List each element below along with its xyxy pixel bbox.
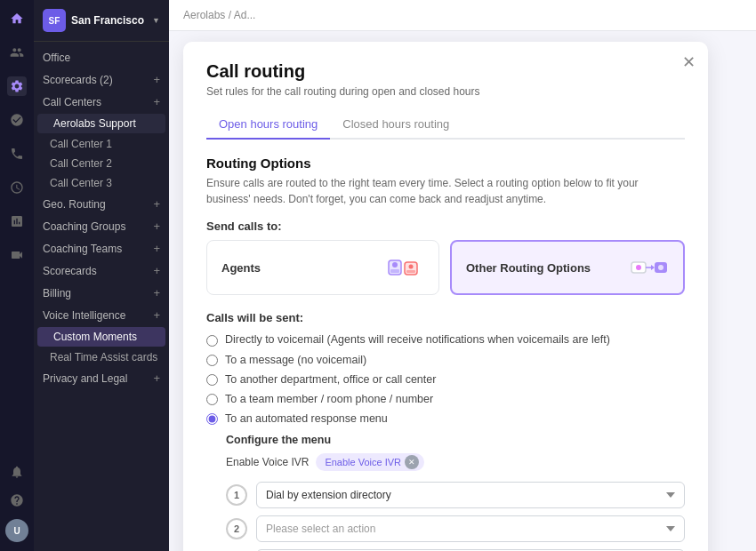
modal-box: ✕ Call routing Set rules for the call ro…: [183, 42, 708, 551]
sidebar-item-call-center-3[interactable]: Call Center 3: [34, 173, 169, 193]
sidebar-item-real-time-assist[interactable]: Real Time Assist cards: [34, 347, 169, 367]
chevron-down-icon: ▼: [152, 16, 160, 25]
video-icon[interactable]: [7, 245, 27, 265]
clock-icon[interactable]: [7, 178, 27, 197]
svg-point-1: [392, 262, 398, 268]
step-2-select[interactable]: Please select an action: [256, 515, 685, 542]
svg-rect-2: [390, 269, 399, 273]
radio-message[interactable]: To a message (no voicemail): [206, 354, 685, 366]
plus-icon: +: [153, 242, 160, 255]
org-name: San Francisco: [71, 14, 147, 27]
tab-open-hours[interactable]: Open hours routing: [206, 110, 330, 140]
question-icon[interactable]: [7, 491, 27, 510]
sidebar-item-scorecards2[interactable]: Scorecards +: [34, 260, 169, 282]
routing-card-other[interactable]: Other Routing Options: [450, 240, 685, 295]
menu-step-2: 2 Please select an action: [226, 515, 685, 542]
tab-closed-hours[interactable]: Closed hours routing: [330, 110, 462, 138]
plus-icon: +: [153, 73, 160, 86]
close-button[interactable]: ✕: [682, 54, 696, 70]
sidebar-item-custom-moments[interactable]: Custom Moments: [37, 327, 165, 347]
plus-icon: +: [153, 264, 160, 277]
modal-title: Call routing: [206, 61, 685, 82]
sidebar-item-call-center-2[interactable]: Call Center 2: [34, 154, 169, 173]
sidebar-item-coaching-groups[interactable]: Coaching Groups +: [34, 215, 169, 237]
settings-icon[interactable]: [7, 76, 27, 96]
people-icon[interactable]: [7, 43, 27, 62]
calls-will-be-sent-label: Calls will be sent:: [206, 311, 685, 324]
radio-automated[interactable]: To an automated response menu: [206, 412, 685, 425]
sidebar-item-aerolabs-support[interactable]: Aerolabs Support: [37, 114, 165, 133]
sidebar-header[interactable]: SF San Francisco ▼: [34, 0, 169, 42]
routing-options-desc: Ensure calls are routed to the right tea…: [206, 175, 685, 207]
sidebar-item-coaching-teams[interactable]: Coaching Teams +: [34, 237, 169, 260]
breadcrumb: Aerolabs / Ad...: [169, 0, 756, 31]
svg-point-11: [658, 265, 664, 270]
team-icon[interactable]: [7, 110, 27, 130]
sidebar-item-call-center-1[interactable]: Call Center 1: [34, 134, 169, 154]
other-routing-illustration: [630, 255, 669, 280]
radio-department[interactable]: To another department, office or call ce…: [206, 373, 685, 386]
bell-icon[interactable]: [7, 462, 27, 482]
sidebar-item-voice-intelligence[interactable]: Voice Intelligence +: [34, 304, 169, 326]
step-1-select[interactable]: Dial by extension directory: [256, 482, 685, 508]
plus-icon: +: [153, 95, 160, 108]
plus-icon: +: [153, 286, 160, 299]
user-avatar[interactable]: U: [5, 519, 28, 542]
configure-menu-title: Configure the menu: [226, 434, 685, 446]
sidebar-item-call-centers[interactable]: Call Centers +: [34, 91, 169, 113]
sidebar-item-billing[interactable]: Billing +: [34, 282, 169, 304]
phone-icon[interactable]: [7, 144, 27, 164]
toggle-label: Enable Voice IVR: [226, 456, 309, 468]
send-calls-label: Send calls to:: [206, 220, 685, 233]
tabs-bar: Open hours routing Closed hours routing: [206, 110, 685, 140]
org-avatar: SF: [43, 9, 66, 32]
svg-marker-9: [651, 265, 655, 270]
chart-icon[interactable]: [7, 212, 27, 231]
sidebar-item-geo-routing[interactable]: Geo. Routing +: [34, 193, 169, 215]
radio-team-member[interactable]: To a team member / room phone / number: [206, 393, 685, 405]
plus-icon: +: [153, 220, 160, 233]
routing-options-title: Routing Options: [206, 156, 685, 171]
plus-icon: +: [153, 371, 160, 385]
sidebar-item-scorecards[interactable]: Scorecards (2) +: [34, 68, 169, 91]
radio-voicemail[interactable]: Directly to voicemail (Agents will recei…: [206, 333, 685, 347]
svg-point-7: [636, 265, 641, 270]
agents-illustration: [382, 253, 424, 282]
modal-subtitle: Set rules for the call routing during op…: [206, 85, 685, 98]
plus-icon: +: [153, 308, 160, 322]
svg-point-4: [409, 265, 414, 269]
home-icon[interactable]: [7, 9, 27, 28]
sidebar-item-office[interactable]: Office: [34, 47, 169, 68]
plus-icon: +: [153, 197, 160, 211]
routing-card-agents[interactable]: Agents: [206, 240, 439, 295]
svg-rect-5: [406, 270, 415, 273]
toggle-pill[interactable]: Enable Voice IVR ✕: [316, 453, 424, 471]
menu-step-1: 1 Dial by extension directory: [226, 482, 685, 508]
toggle-x-button[interactable]: ✕: [405, 455, 419, 469]
sidebar-item-privacy-legal[interactable]: Privacy and Legal +: [34, 367, 169, 389]
